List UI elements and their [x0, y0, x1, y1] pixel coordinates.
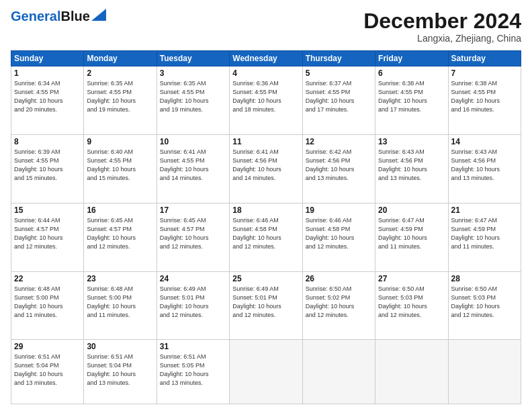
day-info: Sunrise: 6:39 AM Sunset: 4:55 PM Dayligh… [14, 148, 81, 183]
day-info: Sunrise: 6:47 AM Sunset: 4:59 PM Dayligh… [378, 216, 445, 251]
calendar-cell [302, 340, 375, 404]
day-number: 13 [378, 137, 445, 146]
day-info: Sunrise: 6:40 AM Sunset: 4:55 PM Dayligh… [87, 148, 153, 183]
calendar-cell: 3Sunrise: 6:35 AM Sunset: 4:55 PM Daylig… [157, 66, 229, 135]
calendar-cell: 2Sunrise: 6:35 AM Sunset: 4:55 PM Daylig… [84, 66, 157, 135]
day-info: Sunrise: 6:38 AM Sunset: 4:55 PM Dayligh… [378, 79, 445, 114]
day-info: Sunrise: 6:49 AM Sunset: 5:01 PM Dayligh… [160, 285, 226, 320]
calendar-cell: 7Sunrise: 6:38 AM Sunset: 4:55 PM Daylig… [448, 66, 521, 135]
calendar-cell: 14Sunrise: 6:43 AM Sunset: 4:56 PM Dayli… [448, 134, 521, 203]
week-row-5: 29Sunrise: 6:51 AM Sunset: 5:04 PM Dayli… [11, 340, 521, 404]
calendar-cell: 4Sunrise: 6:36 AM Sunset: 4:55 PM Daylig… [230, 66, 302, 135]
day-number: 31 [160, 342, 226, 351]
calendar-cell: 26Sunrise: 6:50 AM Sunset: 5:02 PM Dayli… [302, 271, 375, 340]
day-number: 23 [87, 274, 153, 283]
day-number: 12 [306, 137, 372, 146]
day-number: 1 [14, 68, 81, 78]
calendar-cell: 13Sunrise: 6:43 AM Sunset: 4:56 PM Dayli… [375, 134, 448, 203]
day-number: 2 [87, 68, 153, 78]
title-section: December 2024 Langxia, Zhejiang, China [363, 9, 521, 44]
calendar-cell: 18Sunrise: 6:46 AM Sunset: 4:58 PM Dayli… [230, 203, 302, 271]
calendar-cell [230, 340, 302, 404]
day-info: Sunrise: 6:38 AM Sunset: 4:55 PM Dayligh… [451, 79, 518, 114]
calendar-cell: 5Sunrise: 6:37 AM Sunset: 4:55 PM Daylig… [302, 66, 375, 135]
logo-arrow-icon [91, 9, 106, 21]
day-number: 15 [14, 205, 81, 215]
day-info: Sunrise: 6:47 AM Sunset: 4:59 PM Dayligh… [451, 216, 518, 251]
day-number: 20 [378, 205, 445, 215]
calendar-header-row: SundayMondayTuesdayWednesdayThursdayFrid… [11, 51, 521, 66]
week-row-2: 8Sunrise: 6:39 AM Sunset: 4:55 PM Daylig… [11, 134, 521, 203]
day-info: Sunrise: 6:44 AM Sunset: 4:57 PM Dayligh… [14, 216, 81, 251]
month-title: December 2024 [363, 9, 521, 33]
day-info: Sunrise: 6:41 AM Sunset: 4:55 PM Dayligh… [160, 148, 226, 183]
calendar-cell: 17Sunrise: 6:45 AM Sunset: 4:57 PM Dayli… [157, 203, 229, 271]
day-info: Sunrise: 6:43 AM Sunset: 4:56 PM Dayligh… [378, 148, 445, 183]
calendar-cell: 10Sunrise: 6:41 AM Sunset: 4:55 PM Dayli… [157, 134, 229, 203]
day-number: 22 [14, 274, 81, 283]
day-number: 24 [160, 274, 226, 283]
day-number: 14 [451, 137, 518, 146]
day-info: Sunrise: 6:51 AM Sunset: 5:04 PM Dayligh… [87, 353, 153, 387]
day-info: Sunrise: 6:41 AM Sunset: 4:56 PM Dayligh… [232, 148, 299, 183]
day-info: Sunrise: 6:49 AM Sunset: 5:01 PM Dayligh… [232, 285, 299, 320]
calendar-cell: 28Sunrise: 6:50 AM Sunset: 5:03 PM Dayli… [448, 271, 521, 340]
day-info: Sunrise: 6:51 AM Sunset: 5:05 PM Dayligh… [160, 353, 226, 387]
day-number: 19 [306, 205, 372, 215]
calendar-header-saturday: Saturday [448, 51, 521, 66]
main-container: GeneralBlue December 2024 Langxia, Zheji… [0, 0, 532, 411]
logo: GeneralBlue [11, 9, 106, 23]
day-number: 5 [306, 68, 372, 78]
day-info: Sunrise: 6:51 AM Sunset: 5:04 PM Dayligh… [14, 353, 81, 387]
day-info: Sunrise: 6:35 AM Sunset: 4:55 PM Dayligh… [87, 79, 153, 114]
calendar-cell: 27Sunrise: 6:50 AM Sunset: 5:03 PM Dayli… [375, 271, 448, 340]
calendar-cell: 23Sunrise: 6:48 AM Sunset: 5:00 PM Dayli… [84, 271, 157, 340]
week-row-3: 15Sunrise: 6:44 AM Sunset: 4:57 PM Dayli… [11, 203, 521, 271]
calendar-header-wednesday: Wednesday [230, 51, 302, 66]
calendar-cell: 16Sunrise: 6:45 AM Sunset: 4:57 PM Dayli… [84, 203, 157, 271]
calendar-cell: 11Sunrise: 6:41 AM Sunset: 4:56 PM Dayli… [230, 134, 302, 203]
week-row-1: 1Sunrise: 6:34 AM Sunset: 4:55 PM Daylig… [11, 66, 521, 135]
calendar-cell: 1Sunrise: 6:34 AM Sunset: 4:55 PM Daylig… [11, 66, 84, 135]
location: Langxia, Zhejiang, China [363, 33, 521, 44]
day-number: 11 [232, 137, 299, 146]
day-info: Sunrise: 6:50 AM Sunset: 5:03 PM Dayligh… [451, 285, 518, 320]
day-number: 29 [14, 342, 81, 351]
day-info: Sunrise: 6:45 AM Sunset: 4:57 PM Dayligh… [160, 216, 226, 251]
calendar-cell: 6Sunrise: 6:38 AM Sunset: 4:55 PM Daylig… [375, 66, 448, 135]
day-number: 30 [87, 342, 153, 351]
header: GeneralBlue December 2024 Langxia, Zheji… [11, 9, 521, 44]
calendar-cell: 20Sunrise: 6:47 AM Sunset: 4:59 PM Dayli… [375, 203, 448, 271]
calendar-header-monday: Monday [84, 51, 157, 66]
day-info: Sunrise: 6:50 AM Sunset: 5:03 PM Dayligh… [378, 285, 445, 320]
calendar-table: SundayMondayTuesdayWednesdayThursdayFrid… [11, 50, 521, 404]
day-info: Sunrise: 6:48 AM Sunset: 5:00 PM Dayligh… [14, 285, 81, 320]
day-number: 25 [232, 274, 299, 283]
day-number: 17 [160, 205, 226, 215]
logo-text: GeneralBlue [11, 9, 90, 23]
calendar-header-thursday: Thursday [302, 51, 375, 66]
day-number: 16 [87, 205, 153, 215]
day-info: Sunrise: 6:34 AM Sunset: 4:55 PM Dayligh… [14, 79, 81, 114]
week-row-4: 22Sunrise: 6:48 AM Sunset: 5:00 PM Dayli… [11, 271, 521, 340]
calendar-cell: 29Sunrise: 6:51 AM Sunset: 5:04 PM Dayli… [11, 340, 84, 404]
day-number: 9 [87, 137, 153, 146]
day-number: 27 [378, 274, 445, 283]
day-info: Sunrise: 6:48 AM Sunset: 5:00 PM Dayligh… [87, 285, 153, 320]
calendar-header-tuesday: Tuesday [157, 51, 229, 66]
day-number: 26 [306, 274, 372, 283]
calendar-cell: 24Sunrise: 6:49 AM Sunset: 5:01 PM Dayli… [157, 271, 229, 340]
day-info: Sunrise: 6:46 AM Sunset: 4:58 PM Dayligh… [232, 216, 299, 251]
day-number: 8 [14, 137, 81, 146]
day-number: 7 [451, 68, 518, 78]
svg-marker-0 [91, 9, 106, 21]
day-info: Sunrise: 6:35 AM Sunset: 4:55 PM Dayligh… [160, 79, 226, 114]
day-number: 10 [160, 137, 226, 146]
day-number: 6 [378, 68, 445, 78]
calendar-cell [448, 340, 521, 404]
day-info: Sunrise: 6:45 AM Sunset: 4:57 PM Dayligh… [87, 216, 153, 251]
day-info: Sunrise: 6:50 AM Sunset: 5:02 PM Dayligh… [306, 285, 372, 320]
day-number: 4 [232, 68, 299, 78]
calendar-cell: 19Sunrise: 6:46 AM Sunset: 4:58 PM Dayli… [302, 203, 375, 271]
calendar-cell [375, 340, 448, 404]
